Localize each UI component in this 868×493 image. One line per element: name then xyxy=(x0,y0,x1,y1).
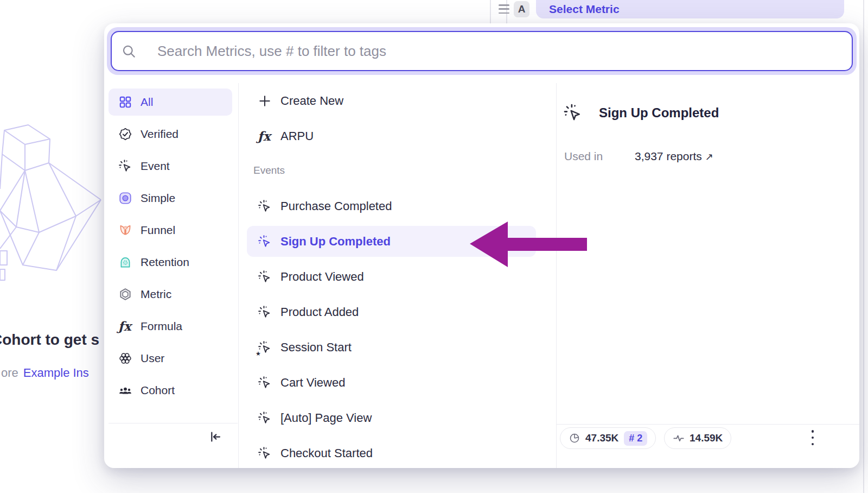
sidebar-item-label: Verified xyxy=(141,128,178,141)
event-cursor-icon xyxy=(563,103,583,123)
drag-handle-icon[interactable] xyxy=(499,4,509,14)
stat-value: 14.59K xyxy=(690,432,723,444)
create-new-label: Create New xyxy=(280,94,343,108)
search-input[interactable] xyxy=(111,31,853,71)
event-list-item[interactable]: Product Viewed xyxy=(247,261,536,292)
sidebar-item-event[interactable]: Event xyxy=(108,153,232,180)
sidebar-item-label: Formula xyxy=(141,320,182,333)
divider xyxy=(556,83,557,468)
event-label: Product Viewed xyxy=(280,270,364,284)
sidebar-item-label: Retention xyxy=(141,256,189,269)
rank-chip: # 2 xyxy=(624,431,647,446)
event-cursor-icon xyxy=(258,446,272,460)
event-label: Checkout Started xyxy=(280,446,373,460)
sidebar-item-label: Cohort xyxy=(141,384,175,397)
event-list-item[interactable]: [Auto] Page View xyxy=(247,402,536,433)
sidebar-item-label: User xyxy=(141,352,164,365)
link-prefix: ore xyxy=(1,366,18,380)
sidebar-footer-divider xyxy=(108,423,238,424)
plus-icon xyxy=(258,94,272,108)
select-metric-bar[interactable]: Select Metric xyxy=(536,0,844,18)
verified-seal-icon xyxy=(118,127,132,141)
sidebar-item-label: All xyxy=(141,96,153,109)
event-cursor-icon xyxy=(258,340,272,355)
sidebar-item-metric[interactable]: Metric xyxy=(108,281,232,308)
event-label: [Auto] Page View xyxy=(280,411,372,425)
sidebar-item-funnel[interactable]: Funnel xyxy=(108,217,232,244)
event-cursor-icon xyxy=(258,235,272,249)
used-in-label: Used in xyxy=(564,150,603,163)
metric-list: Create New ƒx ARPU Events Purchase Compl… xyxy=(247,87,545,468)
formula-fx-icon: ƒx xyxy=(258,129,272,143)
sidebar-item-formula[interactable]: ƒx Formula xyxy=(108,313,232,340)
divider xyxy=(238,83,239,468)
cohort-people-icon xyxy=(118,383,132,397)
metric-picker-modal: All Verified Event Simple Funnel Retenti… xyxy=(104,23,859,468)
event-label: Purchase Completed xyxy=(280,199,392,213)
retention-icon xyxy=(118,255,132,269)
grid-icon xyxy=(118,95,132,109)
sidebar-item-label: Funnel xyxy=(141,224,175,237)
series-a-badge: A xyxy=(514,1,529,17)
pie-chart-icon xyxy=(569,432,580,444)
event-list-item[interactable]: Purchase Completed xyxy=(247,191,536,222)
event-list: Purchase Completed Sign Up Completed Pro… xyxy=(247,191,545,468)
sidebar-item-retention[interactable]: Retention xyxy=(108,249,232,276)
canvas-panel-border xyxy=(863,0,864,493)
list-item-arpu[interactable]: ƒx ARPU xyxy=(247,122,545,150)
event-label: Cart Viewed xyxy=(280,376,345,390)
event-list-item[interactable]: Cart Viewed xyxy=(247,367,536,398)
event-cursor-icon xyxy=(258,270,272,284)
event-label: Session Start xyxy=(280,340,352,355)
detail-footer-divider xyxy=(556,424,859,425)
simple-metric-icon xyxy=(118,191,132,205)
event-label: Sign Up Completed xyxy=(280,235,391,249)
decorative-wireframe xyxy=(0,123,108,291)
canvas-empty-state-subtext: oreExample Ins xyxy=(1,366,89,380)
detail-title: Sign Up Completed xyxy=(599,105,719,121)
sidebar-item-all[interactable]: All xyxy=(108,89,232,116)
event-list-item[interactable]: Session Start xyxy=(247,332,536,363)
reports-count: 3,937 reports xyxy=(635,150,702,162)
formula-fx-icon: ƒx xyxy=(118,319,132,333)
event-cursor-icon xyxy=(258,411,272,425)
user-cluster-icon xyxy=(118,351,132,365)
sidebar-item-user[interactable]: User xyxy=(108,345,232,372)
pulse-icon xyxy=(673,432,685,444)
event-cursor-icon xyxy=(258,305,272,319)
event-list-item[interactable]: Product Added xyxy=(247,296,536,327)
event-cursor-icon xyxy=(258,376,272,390)
search-icon xyxy=(122,44,136,59)
event-cursor-icon xyxy=(118,159,132,173)
type-filter-sidebar: All Verified Event Simple Funnel Retenti… xyxy=(108,89,232,409)
stat-value: 47.35K xyxy=(585,432,618,444)
total-events-stat-pill[interactable]: 47.35K # 2 xyxy=(560,427,656,449)
hexagon-metric-icon xyxy=(118,287,132,301)
used-in-reports-link[interactable]: 3,937 reports↗ xyxy=(635,150,713,163)
canvas-empty-state-heading: Cohort to get s xyxy=(0,331,99,349)
more-options-button[interactable] xyxy=(810,430,815,445)
sidebar-item-label: Simple xyxy=(141,192,175,205)
sidebar-item-label: Event xyxy=(141,160,170,173)
event-list-item[interactable]: Sign Up Completed xyxy=(247,226,536,257)
event-list-item[interactable]: Checkout Started xyxy=(247,438,536,468)
event-label: Product Added xyxy=(280,305,359,319)
canvas-panel-border xyxy=(490,0,491,23)
sidebar-item-verified[interactable]: Verified xyxy=(108,121,232,148)
funnel-icon xyxy=(118,223,132,237)
event-cursor-icon xyxy=(258,199,272,213)
events-section-header: Events xyxy=(253,165,545,179)
sidebar-item-simple[interactable]: Simple xyxy=(108,185,232,212)
sidebar-item-cohort[interactable]: Cohort xyxy=(108,377,232,404)
screen: A Select Metric Cohort to get s oreExamp… xyxy=(0,0,868,493)
sidebar-item-label: Metric xyxy=(141,288,171,301)
select-metric-label: Select Metric xyxy=(549,3,620,16)
example-insights-link[interactable]: Example Ins xyxy=(23,366,89,380)
arpu-label: ARPU xyxy=(280,129,314,143)
unique-users-stat-pill[interactable]: 14.59K xyxy=(664,427,731,449)
collapse-sidebar-button[interactable] xyxy=(208,429,222,444)
detail-header: Sign Up Completed xyxy=(563,103,719,123)
create-new-button[interactable]: Create New xyxy=(247,87,545,115)
external-link-icon: ↗ xyxy=(705,151,713,162)
